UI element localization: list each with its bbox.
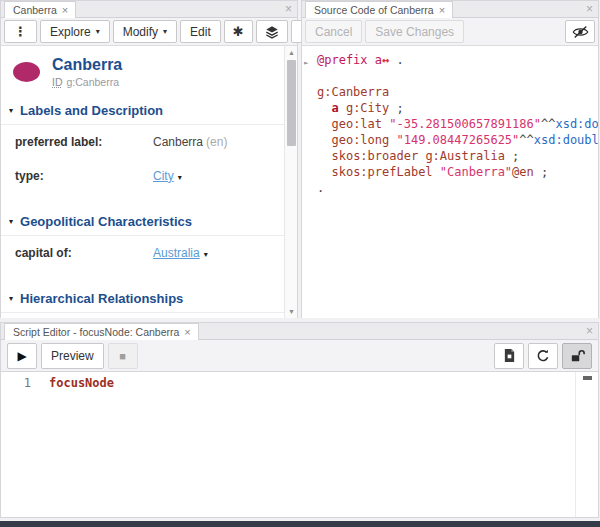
refresh-icon	[536, 349, 550, 363]
script-toolbar: ▶ Preview ■	[1, 340, 598, 372]
script-code-editor[interactable]: 1 focusNode	[1, 372, 598, 517]
section-geopolitical[interactable]: ▾ Geopolitical Characteristics	[1, 207, 297, 236]
caret-down-icon: ▾	[96, 27, 100, 36]
status-bar	[0, 521, 600, 527]
section-hierarchical[interactable]: ▾ Hierarchical Relationships	[1, 284, 297, 313]
line-number: 1	[1, 372, 39, 517]
tab-script-label: Script Editor - focusNode: Canberra	[13, 326, 179, 338]
preview-button[interactable]: Preview	[41, 343, 104, 369]
section-collapse-icon: ▾	[9, 217, 13, 226]
entity-panel: Canberra × × ⋮ Explore ▾ Modify ▾ Edit ✱	[0, 0, 298, 318]
run-button[interactable]: ▶	[7, 343, 37, 369]
tab-script-editor[interactable]: Script Editor - focusNode: Canberra ×	[4, 323, 199, 340]
stop-button[interactable]: ■	[108, 343, 138, 369]
script-tabstrip: Script Editor - focusNode: Canberra × ×	[1, 323, 598, 340]
tab-close-icon[interactable]: ×	[62, 5, 68, 16]
source-tabstrip: Source Code of Canberra × ×	[302, 1, 598, 18]
entity-scrollbar[interactable]: ▲ ▼	[284, 46, 297, 318]
caret-down-icon[interactable]: ▾	[178, 173, 182, 182]
cancel-button[interactable]: Cancel	[305, 20, 362, 43]
entity-toolbar: ⋮ Explore ▾ Modify ▾ Edit ✱	[1, 18, 297, 46]
source-code-panel: Source Code of Canberra × × Cancel Save …	[301, 0, 599, 318]
scrollbar-thumb[interactable]	[287, 60, 296, 146]
file-icon	[503, 348, 516, 363]
section-collapse-icon: ▾	[9, 294, 13, 303]
caret-down-icon: ▾	[163, 27, 167, 36]
caret-down-icon[interactable]: ▾	[204, 250, 208, 259]
editor-scroll-track	[575, 372, 576, 517]
id-value: g:Canberra	[67, 76, 120, 88]
panel-close-icon[interactable]: ×	[586, 3, 593, 15]
scroll-up-icon[interactable]: ▲	[285, 49, 297, 56]
script-code-text: focusNode	[39, 372, 114, 517]
field-capital-of: capital of: Australia▾	[1, 236, 297, 270]
play-icon: ▶	[17, 349, 26, 363]
entity-content: Canberra IDg:Canberra ▾ Labels and Descr…	[1, 46, 297, 318]
lock-toggle-button[interactable]	[562, 343, 592, 369]
tab-canberra[interactable]: Canberra ×	[4, 1, 76, 18]
language-tag: (en)	[206, 135, 227, 149]
layers-icon	[265, 25, 279, 39]
export-script-button[interactable]	[494, 343, 524, 369]
panel-close-icon[interactable]: ×	[586, 325, 593, 337]
field-label: preferred label:	[15, 135, 153, 149]
section-collapse-icon: ▾	[9, 106, 13, 115]
capital-of-value-link[interactable]: Australia	[153, 246, 200, 260]
explore-button[interactable]: Explore ▾	[40, 20, 110, 43]
tab-close-icon[interactable]: ×	[439, 5, 445, 16]
field-label: type:	[15, 169, 153, 183]
stop-icon: ■	[119, 350, 126, 362]
eye-slash-icon	[572, 25, 589, 39]
app-window: Canberra × × ⋮ Explore ▾ Modify ▾ Edit ✱	[0, 0, 600, 527]
script-editor-panel: Script Editor - focusNode: Canberra × × …	[0, 322, 599, 518]
asterisk-icon: ✱	[233, 24, 244, 39]
entity-header: Canberra IDg:Canberra	[1, 46, 297, 96]
freetext-search-button[interactable]: ✱	[224, 20, 253, 43]
edit-button[interactable]: Edit	[180, 20, 221, 43]
modify-button[interactable]: Modify ▾	[113, 20, 177, 43]
entity-tabstrip: Canberra × ×	[1, 1, 297, 18]
unlock-icon	[570, 349, 585, 363]
field-value: Canberra(en)	[153, 135, 227, 149]
layers-button[interactable]	[256, 20, 288, 43]
entity-id: IDg:Canberra	[52, 76, 122, 88]
tab-close-icon[interactable]: ×	[184, 327, 190, 338]
panel-close-icon[interactable]: ×	[285, 3, 292, 15]
refresh-button[interactable]	[528, 343, 558, 369]
kebab-menu-button[interactable]: ⋮	[4, 20, 37, 43]
toggle-visibility-button[interactable]	[565, 20, 595, 43]
entity-title: Canberra	[52, 56, 122, 74]
type-value-link[interactable]: City	[153, 169, 174, 183]
editor-scrollbar-thumb[interactable]	[583, 376, 592, 380]
field-preferred-label: preferred label: Canberra(en)	[1, 125, 297, 159]
field-label: capital of:	[15, 246, 153, 260]
save-changes-button[interactable]: Save Changes	[365, 20, 464, 43]
section-labels-description[interactable]: ▾ Labels and Description	[1, 96, 297, 125]
scroll-down-icon[interactable]: ▼	[285, 308, 297, 315]
id-label: ID	[52, 76, 63, 88]
entity-avatar	[13, 62, 40, 82]
tab-source-code[interactable]: Source Code of Canberra ×	[305, 1, 453, 18]
field-type: type: City▾	[1, 159, 297, 193]
tab-canberra-label: Canberra	[13, 4, 57, 16]
fold-marker-icon[interactable]: ►	[304, 55, 308, 71]
source-toolbar: Cancel Save Changes	[302, 18, 598, 46]
tab-source-label: Source Code of Canberra	[314, 4, 434, 16]
source-code-lines: @prefix a↔ . g:Canberra a g:City ; geo:l…	[317, 52, 594, 196]
source-code-editor[interactable]: ► @prefix a↔ . g:Canberra a g:City ; geo…	[302, 46, 598, 318]
